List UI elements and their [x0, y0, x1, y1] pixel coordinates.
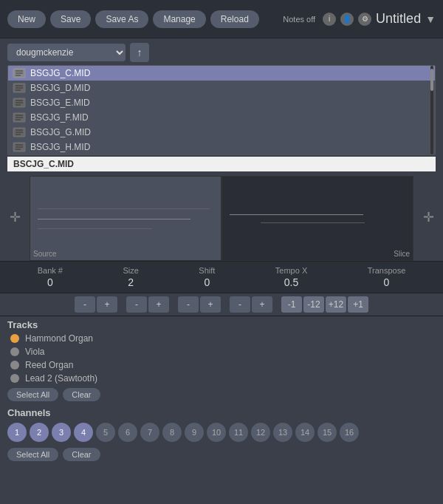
shift-plus-btn[interactable]: + [200, 296, 221, 313]
midi-icon-0 [13, 68, 26, 78]
midi-icon-4 [13, 127, 26, 137]
file-item-0[interactable]: BSGJG_C.MID [8, 66, 435, 81]
svg-text:✛: ✛ [10, 210, 21, 225]
params-row: Bank # 0 Size 2 Shift 0 Tempo X 0.5 Tran… [0, 261, 443, 293]
transpose-plus1-btn[interactable]: +1 [348, 296, 368, 313]
channel-btn-2[interactable]: 2 [30, 423, 49, 442]
channel-btn-14[interactable]: 14 [295, 423, 315, 442]
save-button[interactable]: Save [50, 10, 91, 28]
bank-minus-btn[interactable]: - [75, 296, 95, 313]
notes-off-label: Notes off [283, 15, 315, 24]
title-dropdown-arrow[interactable]: ▼ [425, 13, 436, 25]
manage-button[interactable]: Manage [153, 10, 205, 28]
shift-value: 0 [204, 276, 210, 288]
channel-btn-1[interactable]: 1 [7, 423, 27, 442]
save-as-button[interactable]: Save As [95, 10, 148, 28]
up-button[interactable]: ↑ [130, 43, 149, 62]
slice-waveform-1 [230, 214, 363, 215]
track-item-1[interactable]: Viola [0, 345, 443, 358]
size-plus-btn[interactable]: + [148, 296, 169, 313]
slice-label: Slice [394, 250, 410, 258]
track-item-3[interactable]: Lead 2 (Sawtooth) [0, 372, 443, 385]
transpose-param: Transpose 0 [368, 266, 406, 288]
user-dropdown-row: dougmckenzie ↑ [7, 43, 436, 62]
tempo-value: 0.5 [284, 276, 298, 288]
reload-button[interactable]: Reload [210, 10, 259, 28]
channels-clear-btn[interactable]: Clear [63, 448, 100, 461]
right-move-handle[interactable]: ✛ [413, 176, 443, 261]
channels-section-label: Channels [0, 404, 443, 420]
file-item-3[interactable]: BSGJG_F.MID [8, 110, 435, 125]
channel-btn-4[interactable]: 4 [74, 423, 93, 442]
tempo-label: Tempo X [275, 266, 307, 275]
settings-icon[interactable]: ⚙ [358, 13, 371, 26]
track-item-2[interactable]: Reed Organ [0, 358, 443, 372]
channels-select-clear-row: Select All Clear [0, 445, 443, 464]
size-label: Size [123, 266, 138, 275]
midi-icon-5 [13, 142, 26, 152]
tempo-plus-btn[interactable]: + [252, 296, 272, 313]
tempo-param: Tempo X 0.5 [275, 266, 307, 288]
transpose-minus1-btn[interactable]: -1 [281, 296, 302, 313]
left-move-handle[interactable]: ✛ [0, 176, 30, 261]
channel-btn-3[interactable]: 3 [52, 423, 71, 442]
slice-panel: Slice [222, 176, 413, 261]
channel-btn-5[interactable]: 5 [96, 423, 115, 442]
user-icon[interactable]: 👤 [340, 13, 354, 26]
bank-param: Bank # 0 [38, 266, 63, 288]
size-minus-btn[interactable]: - [126, 296, 147, 313]
top-bar: New Save Save As Manage Reload Notes off… [0, 0, 443, 38]
channel-btn-16[interactable]: 16 [340, 423, 359, 442]
waveform-line-3 [38, 228, 152, 229]
channel-btn-11[interactable]: 11 [229, 423, 248, 442]
channel-btn-15[interactable]: 15 [317, 423, 337, 442]
transpose-minus12-btn[interactable]: -12 [303, 296, 324, 313]
shift-minus-btn[interactable]: - [178, 296, 199, 313]
file-name-0: BSGJG_C.MID [30, 68, 90, 78]
channel-btn-7[interactable]: 7 [140, 423, 159, 442]
tempo-minus-btn[interactable]: - [230, 296, 250, 313]
tracks-select-all-btn[interactable]: Select All [7, 388, 58, 401]
file-item-4[interactable]: BSGJG_G.MID [8, 125, 435, 140]
bank-value: 0 [47, 276, 53, 288]
shift-param: Shift 0 [199, 266, 215, 288]
channel-btn-8[interactable]: 8 [162, 423, 182, 442]
info-icon[interactable]: i [323, 13, 336, 26]
browser-area: dougmckenzie ↑ BSGJG_C.MID [0, 38, 443, 176]
channel-btn-12[interactable]: 12 [251, 423, 270, 442]
channels-select-all-btn[interactable]: Select All [7, 448, 58, 461]
channels-row: 1 2 3 4 5 6 7 8 9 10 11 12 13 14 15 16 [0, 420, 443, 445]
track-name-2: Reed Organ [25, 360, 73, 370]
tracks-select-clear-row: Select All Clear [0, 385, 443, 404]
source-panel: Source [30, 176, 222, 261]
channel-btn-6[interactable]: 6 [118, 423, 137, 442]
track-dot-1 [10, 347, 19, 356]
file-item-1[interactable]: BSGJG_D.MID [8, 81, 435, 95]
channel-btn-10[interactable]: 10 [207, 423, 226, 442]
scroll-thumb[interactable] [430, 69, 433, 91]
track-item-0[interactable]: Hammond Organ [0, 332, 443, 345]
scroll-indicator [430, 66, 433, 154]
waveform-line-1 [38, 208, 209, 209]
track-name-0: Hammond Organ [25, 333, 93, 344]
tracks-section-label: Tracks [0, 316, 443, 332]
track-name-1: Viola [25, 347, 44, 357]
track-dot-2 [10, 361, 19, 370]
file-name-5: BSGJG_H.MID [30, 142, 90, 152]
selected-file-display: BSCJG_C.MID [7, 157, 436, 171]
user-select[interactable]: dougmckenzie [7, 44, 126, 61]
panels-container: Source Slice [30, 176, 413, 261]
channel-btn-9[interactable]: 9 [185, 423, 204, 442]
channel-btn-13[interactable]: 13 [273, 423, 292, 442]
transpose-plus12-btn[interactable]: +12 [326, 296, 346, 313]
file-item-5[interactable]: BSGJG_H.MID [8, 140, 435, 154]
title-section: Notes off i 👤 ⚙ Untitled ▼ [283, 11, 436, 27]
bank-plus-btn[interactable]: + [97, 296, 117, 313]
file-list: BSGJG_C.MID BSGJG_D.MID [7, 65, 436, 155]
tracks-clear-btn[interactable]: Clear [63, 388, 100, 401]
svg-text:✛: ✛ [423, 210, 434, 225]
file-item-2[interactable]: BSGJG_E.MID [8, 95, 435, 110]
waveform-line-2 [38, 219, 190, 219]
transpose-label: Transpose [368, 266, 406, 275]
new-button[interactable]: New [7, 10, 46, 28]
